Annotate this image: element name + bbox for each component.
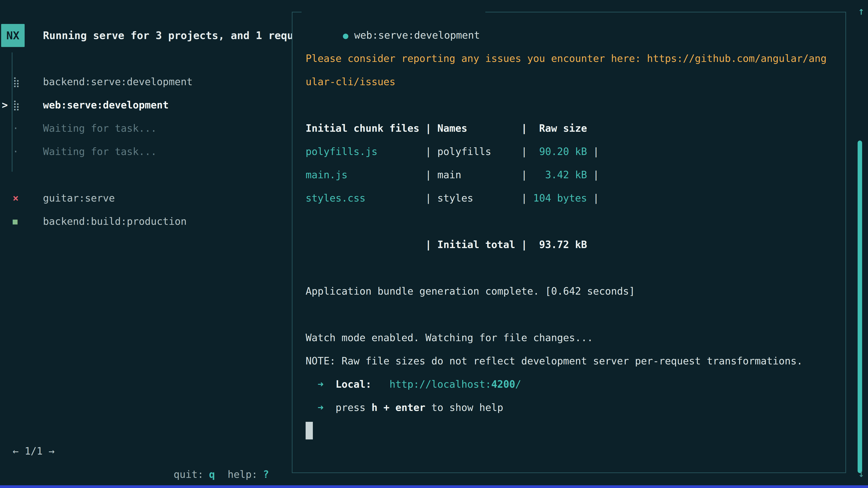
task-list: ⣷backend:serve:development>⣷web:serve:de… bbox=[0, 70, 291, 233]
output-line bbox=[306, 93, 839, 117]
panel-title-text: web:serve:development bbox=[354, 29, 480, 41]
task-list-spacer bbox=[0, 163, 291, 186]
output-segment: 3.42 kB bbox=[533, 169, 587, 181]
selected-pointer-icon: > bbox=[2, 93, 8, 117]
bottom-edge-strip bbox=[0, 485, 868, 488]
quit-label: quit: bbox=[174, 468, 204, 480]
task-item-backend-serve-development[interactable]: ⣷backend:serve:development bbox=[0, 70, 291, 93]
output-segment: Please consider reporting any issues you… bbox=[306, 53, 827, 64]
output-line: main.js | main | 3.42 kB | bbox=[306, 163, 839, 186]
success-icon: ■ bbox=[13, 210, 18, 233]
output-line: | Initial total | 93.72 kB bbox=[306, 233, 839, 256]
task-label: Waiting for task... bbox=[43, 140, 157, 163]
output-segment: Initial chunk files | Names | Raw size bbox=[306, 123, 587, 134]
output-segment: | Initial total | 93.72 kB bbox=[306, 239, 587, 250]
scroll-down-icon[interactable]: ↓ bbox=[858, 463, 864, 484]
failed-icon: × bbox=[13, 186, 19, 210]
sidebar-title: Running serve for 3 projects, and 1 requ bbox=[43, 24, 293, 47]
output-line: Initial chunk files | Names | Raw size bbox=[306, 117, 839, 140]
task-label: backend:build:production bbox=[43, 210, 187, 233]
output-segment: | bbox=[521, 146, 533, 157]
pagination[interactable]: ← 1/1 → bbox=[13, 440, 55, 463]
sidebar-footer: ← 1/1 → quit:qhelp:? bbox=[13, 440, 269, 463]
output-segment: | bbox=[426, 146, 437, 157]
output-segment: polyfills.js bbox=[306, 146, 426, 157]
output-line: Watch mode enabled. Watching for file ch… bbox=[306, 326, 839, 349]
output-segment: Local: bbox=[336, 379, 371, 390]
spinner-icon: ⣷ bbox=[13, 70, 20, 93]
output-segment: | bbox=[521, 169, 533, 181]
task-label: Waiting for task... bbox=[43, 117, 157, 140]
task-item-backend-build-production[interactable]: ■backend:build:production bbox=[0, 210, 291, 233]
output-segment: styles bbox=[437, 192, 521, 204]
output-line: ➜ Local: http://localhost:4200/ bbox=[306, 372, 839, 396]
output-segment: | bbox=[426, 192, 437, 204]
output-line bbox=[306, 303, 839, 326]
output-segment: NOTE: Raw file sizes do not reflect deve… bbox=[306, 355, 803, 367]
output-line bbox=[306, 419, 839, 442]
sidebar: NX Running serve for 3 projects, and 1 r… bbox=[0, 0, 291, 488]
output-line bbox=[306, 210, 839, 233]
nx-logo: NX bbox=[1, 24, 25, 47]
task-item-waiting-for-task[interactable]: ·Waiting for task... bbox=[0, 140, 291, 163]
task-label: guitar:serve bbox=[43, 186, 115, 210]
output-segment: to show help bbox=[426, 402, 503, 413]
output-segment: | bbox=[426, 169, 437, 181]
output-line: NOTE: Raw file sizes do not reflect deve… bbox=[306, 349, 839, 372]
output-segment: Application bundle generation complete. … bbox=[306, 285, 635, 297]
task-label: web:serve:development bbox=[43, 93, 168, 117]
output-segment: / bbox=[515, 379, 521, 390]
output-segment: ➜ bbox=[306, 402, 336, 413]
task-item-guitar-serve[interactable]: ×guitar:serve bbox=[0, 186, 291, 210]
panel-output: Please consider reporting any issues you… bbox=[306, 47, 839, 442]
output-segment: Watch mode enabled. Watching for file ch… bbox=[306, 332, 593, 344]
output-segment: polyfills bbox=[437, 146, 521, 157]
panel-title: ●web:serve:development bbox=[302, 1, 485, 24]
output-segment: | bbox=[521, 192, 533, 204]
scroll-up-icon[interactable]: ↑ bbox=[858, 1, 864, 21]
output-segment: 90.20 kB bbox=[533, 146, 587, 157]
terminal-cursor bbox=[306, 422, 313, 440]
output-segment: | bbox=[587, 169, 599, 181]
help-key[interactable]: ? bbox=[263, 468, 269, 480]
waiting-icon: · bbox=[13, 117, 19, 140]
output-line: ular-cli/issues bbox=[306, 70, 839, 93]
output-segment: h + enter bbox=[371, 402, 425, 413]
output-segment: ular-cli/issues bbox=[306, 76, 395, 88]
output-segment: 4200 bbox=[491, 379, 515, 390]
output-segment: main bbox=[437, 169, 521, 181]
output-panel: ●web:serve:development Please consider r… bbox=[292, 12, 846, 473]
output-line bbox=[306, 256, 839, 280]
scrollbar-thumb[interactable] bbox=[858, 140, 862, 473]
active-task-bullet-icon: ● bbox=[343, 30, 348, 41]
output-segment: styles.css bbox=[306, 192, 426, 204]
task-label: backend:serve:development bbox=[43, 70, 193, 93]
nx-terminal-ui: NX Running serve for 3 projects, and 1 r… bbox=[0, 0, 868, 488]
waiting-icon: · bbox=[13, 140, 19, 163]
output-segment: http://localhost: bbox=[390, 379, 491, 390]
task-item-web-serve-development[interactable]: >⣷web:serve:development bbox=[0, 93, 291, 117]
output-line: ➜ press h + enter to show help bbox=[306, 396, 839, 419]
output-segment: main.js bbox=[306, 169, 426, 181]
output-segment: 104 bytes bbox=[533, 192, 587, 204]
output-line: Please consider reporting any issues you… bbox=[306, 47, 839, 70]
output-line: styles.css | styles | 104 bytes | bbox=[306, 186, 839, 210]
output-segment: | bbox=[587, 192, 599, 204]
output-segment bbox=[371, 379, 389, 390]
spinner-icon: ⣷ bbox=[13, 93, 20, 117]
output-segment: press bbox=[336, 402, 371, 413]
help-label: help: bbox=[228, 468, 257, 480]
output-line: polyfills.js | polyfills | 90.20 kB | bbox=[306, 140, 839, 163]
output-segment: | bbox=[587, 146, 599, 157]
output-segment: ➜ bbox=[306, 379, 336, 390]
output-line: Application bundle generation complete. … bbox=[306, 280, 839, 303]
task-item-waiting-for-task[interactable]: ·Waiting for task... bbox=[0, 117, 291, 140]
quit-key[interactable]: q bbox=[209, 468, 215, 480]
hotkey-hints: quit:qhelp:? bbox=[126, 440, 269, 463]
